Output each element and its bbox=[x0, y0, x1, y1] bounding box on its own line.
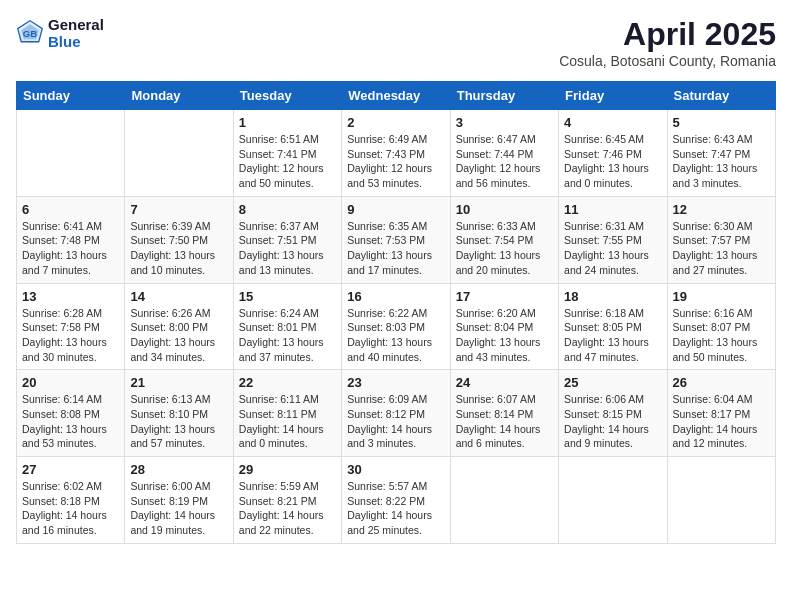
day-number: 11 bbox=[564, 202, 661, 217]
day-number: 14 bbox=[130, 289, 227, 304]
day-detail: Sunrise: 6:33 AMSunset: 7:54 PMDaylight:… bbox=[456, 219, 553, 278]
day-header-friday: Friday bbox=[559, 82, 667, 110]
day-number: 30 bbox=[347, 462, 444, 477]
logo: GB General Blue bbox=[16, 16, 104, 50]
calendar-cell: 7Sunrise: 6:39 AMSunset: 7:50 PMDaylight… bbox=[125, 196, 233, 283]
calendar-cell bbox=[17, 110, 125, 197]
day-detail: Sunrise: 6:20 AMSunset: 8:04 PMDaylight:… bbox=[456, 306, 553, 365]
day-number: 24 bbox=[456, 375, 553, 390]
calendar-cell: 30Sunrise: 5:57 AMSunset: 8:22 PMDayligh… bbox=[342, 457, 450, 544]
day-number: 8 bbox=[239, 202, 336, 217]
calendar-cell: 14Sunrise: 6:26 AMSunset: 8:00 PMDayligh… bbox=[125, 283, 233, 370]
logo-general: General bbox=[48, 16, 104, 33]
day-detail: Sunrise: 6:11 AMSunset: 8:11 PMDaylight:… bbox=[239, 392, 336, 451]
page-header: GB General Blue April 2025 Cosula, Botos… bbox=[16, 16, 776, 69]
day-detail: Sunrise: 6:09 AMSunset: 8:12 PMDaylight:… bbox=[347, 392, 444, 451]
day-number: 25 bbox=[564, 375, 661, 390]
calendar-cell: 18Sunrise: 6:18 AMSunset: 8:05 PMDayligh… bbox=[559, 283, 667, 370]
calendar-week-4: 20Sunrise: 6:14 AMSunset: 8:08 PMDayligh… bbox=[17, 370, 776, 457]
day-detail: Sunrise: 6:47 AMSunset: 7:44 PMDaylight:… bbox=[456, 132, 553, 191]
day-detail: Sunrise: 6:45 AMSunset: 7:46 PMDaylight:… bbox=[564, 132, 661, 191]
calendar-cell: 20Sunrise: 6:14 AMSunset: 8:08 PMDayligh… bbox=[17, 370, 125, 457]
day-detail: Sunrise: 6:43 AMSunset: 7:47 PMDaylight:… bbox=[673, 132, 770, 191]
day-number: 18 bbox=[564, 289, 661, 304]
location: Cosula, Botosani County, Romania bbox=[559, 53, 776, 69]
day-detail: Sunrise: 6:24 AMSunset: 8:01 PMDaylight:… bbox=[239, 306, 336, 365]
day-number: 3 bbox=[456, 115, 553, 130]
calendar-cell: 13Sunrise: 6:28 AMSunset: 7:58 PMDayligh… bbox=[17, 283, 125, 370]
calendar-cell: 16Sunrise: 6:22 AMSunset: 8:03 PMDayligh… bbox=[342, 283, 450, 370]
day-detail: Sunrise: 6:41 AMSunset: 7:48 PMDaylight:… bbox=[22, 219, 119, 278]
day-detail: Sunrise: 6:18 AMSunset: 8:05 PMDaylight:… bbox=[564, 306, 661, 365]
day-number: 28 bbox=[130, 462, 227, 477]
calendar-table: SundayMondayTuesdayWednesdayThursdayFrid… bbox=[16, 81, 776, 544]
days-of-week-row: SundayMondayTuesdayWednesdayThursdayFrid… bbox=[17, 82, 776, 110]
day-number: 9 bbox=[347, 202, 444, 217]
calendar-cell bbox=[450, 457, 558, 544]
day-number: 12 bbox=[673, 202, 770, 217]
calendar-cell: 2Sunrise: 6:49 AMSunset: 7:43 PMDaylight… bbox=[342, 110, 450, 197]
day-header-saturday: Saturday bbox=[667, 82, 775, 110]
calendar-cell: 26Sunrise: 6:04 AMSunset: 8:17 PMDayligh… bbox=[667, 370, 775, 457]
calendar-cell: 1Sunrise: 6:51 AMSunset: 7:41 PMDaylight… bbox=[233, 110, 341, 197]
calendar-cell: 6Sunrise: 6:41 AMSunset: 7:48 PMDaylight… bbox=[17, 196, 125, 283]
day-detail: Sunrise: 6:13 AMSunset: 8:10 PMDaylight:… bbox=[130, 392, 227, 451]
calendar-cell: 29Sunrise: 5:59 AMSunset: 8:21 PMDayligh… bbox=[233, 457, 341, 544]
day-detail: Sunrise: 6:16 AMSunset: 8:07 PMDaylight:… bbox=[673, 306, 770, 365]
day-number: 29 bbox=[239, 462, 336, 477]
calendar-cell: 4Sunrise: 6:45 AMSunset: 7:46 PMDaylight… bbox=[559, 110, 667, 197]
day-detail: Sunrise: 6:51 AMSunset: 7:41 PMDaylight:… bbox=[239, 132, 336, 191]
day-number: 2 bbox=[347, 115, 444, 130]
day-number: 6 bbox=[22, 202, 119, 217]
calendar-cell: 15Sunrise: 6:24 AMSunset: 8:01 PMDayligh… bbox=[233, 283, 341, 370]
logo-blue: Blue bbox=[48, 33, 81, 50]
day-detail: Sunrise: 6:39 AMSunset: 7:50 PMDaylight:… bbox=[130, 219, 227, 278]
day-detail: Sunrise: 5:59 AMSunset: 8:21 PMDaylight:… bbox=[239, 479, 336, 538]
day-detail: Sunrise: 6:14 AMSunset: 8:08 PMDaylight:… bbox=[22, 392, 119, 451]
day-detail: Sunrise: 6:04 AMSunset: 8:17 PMDaylight:… bbox=[673, 392, 770, 451]
day-detail: Sunrise: 6:49 AMSunset: 7:43 PMDaylight:… bbox=[347, 132, 444, 191]
day-detail: Sunrise: 6:00 AMSunset: 8:19 PMDaylight:… bbox=[130, 479, 227, 538]
calendar-cell: 10Sunrise: 6:33 AMSunset: 7:54 PMDayligh… bbox=[450, 196, 558, 283]
logo-icon: GB bbox=[16, 19, 44, 47]
month-year: April 2025 bbox=[559, 16, 776, 53]
calendar-cell: 28Sunrise: 6:00 AMSunset: 8:19 PMDayligh… bbox=[125, 457, 233, 544]
calendar-cell: 24Sunrise: 6:07 AMSunset: 8:14 PMDayligh… bbox=[450, 370, 558, 457]
calendar-cell: 8Sunrise: 6:37 AMSunset: 7:51 PMDaylight… bbox=[233, 196, 341, 283]
calendar-cell: 17Sunrise: 6:20 AMSunset: 8:04 PMDayligh… bbox=[450, 283, 558, 370]
calendar-cell: 9Sunrise: 6:35 AMSunset: 7:53 PMDaylight… bbox=[342, 196, 450, 283]
day-header-tuesday: Tuesday bbox=[233, 82, 341, 110]
svg-text:GB: GB bbox=[23, 28, 37, 39]
day-detail: Sunrise: 6:22 AMSunset: 8:03 PMDaylight:… bbox=[347, 306, 444, 365]
day-number: 21 bbox=[130, 375, 227, 390]
day-number: 20 bbox=[22, 375, 119, 390]
calendar-cell: 11Sunrise: 6:31 AMSunset: 7:55 PMDayligh… bbox=[559, 196, 667, 283]
logo-text: General Blue bbox=[48, 16, 104, 50]
day-detail: Sunrise: 6:07 AMSunset: 8:14 PMDaylight:… bbox=[456, 392, 553, 451]
calendar-cell: 27Sunrise: 6:02 AMSunset: 8:18 PMDayligh… bbox=[17, 457, 125, 544]
day-number: 15 bbox=[239, 289, 336, 304]
calendar-week-2: 6Sunrise: 6:41 AMSunset: 7:48 PMDaylight… bbox=[17, 196, 776, 283]
calendar-cell: 3Sunrise: 6:47 AMSunset: 7:44 PMDaylight… bbox=[450, 110, 558, 197]
day-number: 13 bbox=[22, 289, 119, 304]
day-number: 17 bbox=[456, 289, 553, 304]
day-detail: Sunrise: 5:57 AMSunset: 8:22 PMDaylight:… bbox=[347, 479, 444, 538]
day-detail: Sunrise: 6:31 AMSunset: 7:55 PMDaylight:… bbox=[564, 219, 661, 278]
calendar-header: SundayMondayTuesdayWednesdayThursdayFrid… bbox=[17, 82, 776, 110]
day-detail: Sunrise: 6:02 AMSunset: 8:18 PMDaylight:… bbox=[22, 479, 119, 538]
day-number: 7 bbox=[130, 202, 227, 217]
day-detail: Sunrise: 6:06 AMSunset: 8:15 PMDaylight:… bbox=[564, 392, 661, 451]
day-header-wednesday: Wednesday bbox=[342, 82, 450, 110]
calendar-cell: 5Sunrise: 6:43 AMSunset: 7:47 PMDaylight… bbox=[667, 110, 775, 197]
day-number: 19 bbox=[673, 289, 770, 304]
day-detail: Sunrise: 6:26 AMSunset: 8:00 PMDaylight:… bbox=[130, 306, 227, 365]
day-detail: Sunrise: 6:30 AMSunset: 7:57 PMDaylight:… bbox=[673, 219, 770, 278]
title-block: April 2025 Cosula, Botosani County, Roma… bbox=[559, 16, 776, 69]
day-number: 22 bbox=[239, 375, 336, 390]
calendar-cell: 12Sunrise: 6:30 AMSunset: 7:57 PMDayligh… bbox=[667, 196, 775, 283]
day-number: 16 bbox=[347, 289, 444, 304]
calendar-cell: 21Sunrise: 6:13 AMSunset: 8:10 PMDayligh… bbox=[125, 370, 233, 457]
calendar-cell: 23Sunrise: 6:09 AMSunset: 8:12 PMDayligh… bbox=[342, 370, 450, 457]
day-detail: Sunrise: 6:35 AMSunset: 7:53 PMDaylight:… bbox=[347, 219, 444, 278]
calendar-cell: 22Sunrise: 6:11 AMSunset: 8:11 PMDayligh… bbox=[233, 370, 341, 457]
